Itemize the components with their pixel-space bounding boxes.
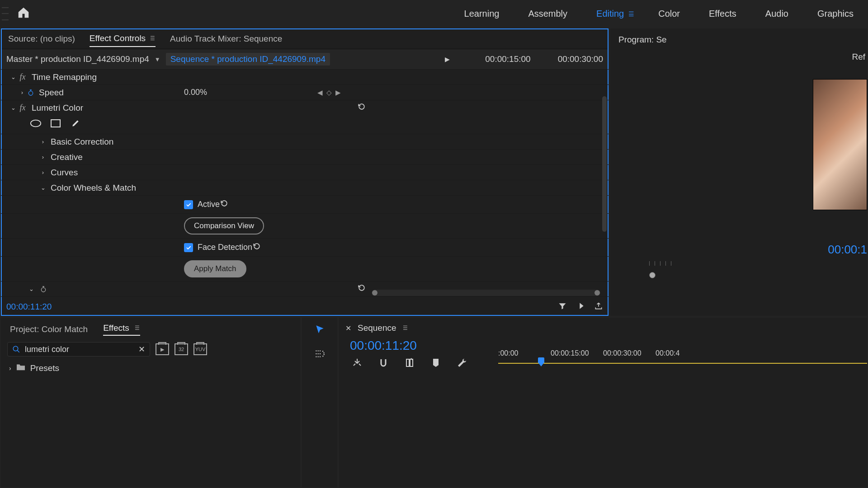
twirl-right-icon[interactable]: › (39, 169, 47, 176)
reference-frame-thumbnail[interactable] (813, 79, 867, 210)
settings-wrench-icon[interactable] (457, 357, 467, 371)
workspace-audio[interactable]: Audio (751, 0, 803, 28)
tab-audio-mixer[interactable]: Audio Track Mixer: Sequence (170, 31, 282, 47)
program-monitor-panel: Program: Se Ref 00:00:1 (610, 28, 867, 316)
tab-program[interactable]: Program: Se (610, 28, 867, 49)
stopwatch-icon[interactable] (26, 89, 35, 96)
fx-badge-icon[interactable]: fx (17, 72, 28, 82)
next-keyframe-icon[interactable]: ▶ (335, 89, 341, 97)
ruler-label: 00:00:4 (656, 349, 679, 357)
fx-badge-icon[interactable]: fx (17, 103, 28, 113)
breadcrumb-sequence[interactable]: Sequence * production ID_4426909.mp4 (166, 53, 330, 66)
close-icon[interactable]: ✕ (345, 324, 351, 333)
workspace-switcher: Learning Assembly Editing ☰ Color Effect… (450, 0, 868, 28)
apply-match-button[interactable]: Apply Match (184, 260, 246, 277)
prev-keyframe-icon[interactable]: ◀ (317, 89, 323, 97)
workspace-effects[interactable]: Effects (694, 0, 751, 28)
export-icon[interactable] (594, 301, 603, 313)
effect-controls-panel: Source: (no clips) Effect Controls ☰ Aud… (1, 28, 609, 316)
yuv-badge-icon[interactable]: YUV (193, 343, 207, 355)
home-icon[interactable] (17, 6, 30, 22)
add-marker-icon[interactable] (404, 357, 415, 371)
32bit-badge-icon[interactable]: 32 (175, 343, 188, 355)
twirl-down-icon[interactable]: ⌄ (39, 184, 47, 191)
folder-icon (16, 363, 26, 373)
twirl-right-icon[interactable]: › (39, 138, 47, 145)
add-keyframe-icon[interactable]: ◇ (326, 89, 332, 97)
workspace-menu-icon[interactable]: ☰ (628, 10, 635, 18)
chevron-down-icon[interactable]: ▼ (155, 56, 160, 63)
workspace-learning[interactable]: Learning (450, 0, 514, 28)
tab-effect-controls[interactable]: Effect Controls ☰ (90, 31, 156, 47)
tab-effects[interactable]: Effects ☰ (103, 323, 140, 336)
filter-icon[interactable] (558, 301, 567, 313)
comparison-view-button[interactable]: Comparison View (184, 217, 264, 235)
panel-menu-icon[interactable]: ☰ (135, 325, 140, 331)
play-icon[interactable]: ▶ (445, 56, 450, 63)
zoom-scrollbar[interactable] (372, 290, 600, 296)
playhead[interactable] (538, 357, 544, 367)
checkbox-face-detection[interactable] (184, 243, 193, 252)
tab-effects-label: Effects (103, 323, 129, 333)
sequence-title[interactable]: Sequence (358, 323, 396, 333)
twirl-right-icon[interactable]: › (9, 365, 11, 372)
effect-lumetri-color[interactable]: Lumetri Color (32, 103, 83, 113)
svg-rect-2 (51, 120, 60, 127)
rectangle-mask-icon[interactable] (50, 119, 61, 130)
reset-icon[interactable] (252, 242, 261, 253)
section-color-wheels-match[interactable]: Color Wheels & Match (51, 183, 136, 193)
param-speed-value[interactable]: 0.00% (184, 88, 207, 97)
selection-tool-icon[interactable] (314, 324, 326, 338)
twirl-down-icon[interactable]: ⌄ (9, 74, 17, 80)
tree-item-presets[interactable]: › Presets (9, 363, 292, 373)
effect-time-remapping[interactable]: Time Remapping (32, 72, 97, 82)
label-active: Active (198, 200, 220, 209)
section-basic-correction[interactable]: Basic Correction (51, 137, 113, 147)
accelerated-effects-icon[interactable]: ▶ (156, 343, 169, 355)
snap-icon[interactable] (352, 357, 363, 371)
workspace-assembly[interactable]: Assembly (514, 0, 582, 28)
vertical-scrollbar[interactable] (602, 96, 607, 232)
clear-search-icon[interactable]: ✕ (138, 344, 145, 354)
linked-selection-icon[interactable] (378, 357, 389, 371)
section-creative[interactable]: Creative (51, 152, 83, 162)
reset-icon[interactable] (220, 199, 229, 210)
breadcrumb-master[interactable]: Master * production ID_4426909.mp4 (6, 54, 149, 64)
track-select-tool-icon[interactable] (314, 348, 326, 362)
stopwatch-icon[interactable] (39, 286, 48, 293)
reset-icon[interactable] (357, 102, 366, 113)
svg-point-4 (13, 346, 18, 351)
program-timecode[interactable]: 00:00:1 (643, 243, 867, 257)
panel-drag-handle[interactable] (2, 5, 9, 23)
checkbox-active[interactable] (184, 200, 193, 209)
effects-search-box[interactable]: ✕ (7, 342, 150, 357)
play-only-icon[interactable] (576, 301, 585, 313)
twirl-right-icon[interactable]: › (39, 154, 47, 160)
reset-icon[interactable] (357, 283, 366, 295)
panel-menu-icon[interactable]: ☰ (403, 325, 408, 331)
twirl-down-icon[interactable]: ⌄ (27, 286, 35, 292)
twirl-right-icon[interactable]: › (18, 89, 26, 96)
svg-point-3 (41, 287, 45, 291)
project-effects-panel: Project: Color Match Effects ☰ ✕ ▶ 32 YU… (1, 318, 300, 487)
workspace-graphics[interactable]: Graphics (803, 0, 868, 28)
marker-icon[interactable] (430, 357, 441, 371)
ruler-label: :00:00 (498, 349, 518, 357)
param-speed[interactable]: Speed (39, 88, 64, 98)
section-curves[interactable]: Curves (51, 168, 78, 178)
keyframe-nav[interactable]: ◀◇▶ (317, 89, 341, 97)
pen-mask-icon[interactable] (70, 119, 81, 130)
current-timecode[interactable]: 00:00:11:20 (6, 302, 52, 312)
effects-search-input[interactable] (25, 345, 138, 354)
tree-item-label: Presets (30, 363, 59, 373)
mini-timecode-1: 00:00:15:00 (485, 54, 530, 64)
program-ruler[interactable] (649, 261, 867, 269)
workspace-color[interactable]: Color (644, 0, 694, 28)
tab-source[interactable]: Source: (no clips) (8, 31, 75, 47)
panel-menu-icon[interactable]: ☰ (150, 35, 156, 42)
tab-effect-controls-label: Effect Controls (90, 33, 146, 43)
ellipse-mask-icon[interactable] (30, 119, 42, 130)
zoom-knob[interactable] (649, 272, 656, 278)
twirl-down-icon[interactable]: ⌄ (9, 104, 17, 111)
tab-project[interactable]: Project: Color Match (10, 324, 88, 334)
